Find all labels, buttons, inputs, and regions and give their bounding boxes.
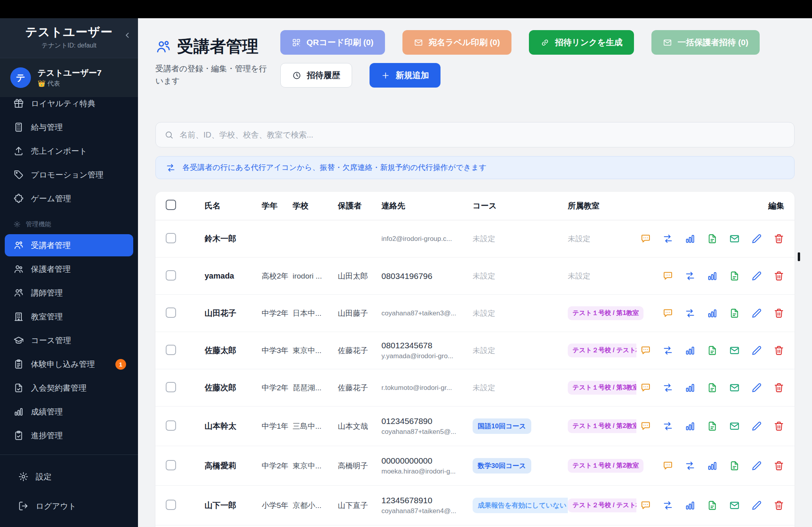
chat-action-button[interactable] xyxy=(640,500,651,511)
row-actions xyxy=(640,382,784,393)
sidebar-item-payroll[interactable]: 給与管理 xyxy=(0,115,138,139)
report-action-button[interactable] xyxy=(707,500,718,511)
row-checkbox[interactable] xyxy=(166,460,176,470)
stats-action-button[interactable] xyxy=(685,500,695,511)
row-checkbox[interactable] xyxy=(166,270,176,281)
sidebar-item-promotion[interactable]: プロモーション管理 xyxy=(0,163,138,187)
chat-action-button[interactable] xyxy=(640,345,651,356)
sidebar-item-progress[interactable]: 進捗管理 xyxy=(0,424,138,447)
sidebar-item-grades[interactable]: 成績管理 xyxy=(0,400,138,424)
report-action-button[interactable] xyxy=(729,271,740,281)
delete-action-button[interactable] xyxy=(774,460,784,471)
report-action-button[interactable] xyxy=(707,345,718,356)
stats-action-button[interactable] xyxy=(685,421,695,432)
report-action-button[interactable] xyxy=(707,382,718,393)
top-black-bar xyxy=(0,0,812,18)
sidebar-item-students[interactable]: 受講者管理 xyxy=(5,234,133,256)
stats-action-button[interactable] xyxy=(685,233,695,244)
sidebar-item-courses[interactable]: コース管理 xyxy=(0,328,138,352)
sidebar-item-guardians[interactable]: 保護者管理 xyxy=(0,257,138,281)
edit-action-button[interactable] xyxy=(751,308,762,319)
transfer-action-button[interactable] xyxy=(663,500,673,511)
add-new-button[interactable]: 新規追加 xyxy=(370,63,440,88)
report-action-button[interactable] xyxy=(729,460,740,471)
sidebar-item-loyalty-rewards[interactable]: ロイヤルティ特典 xyxy=(0,92,138,115)
delete-action-button[interactable] xyxy=(774,421,784,432)
select-all-checkbox[interactable] xyxy=(166,200,176,210)
edit-icon xyxy=(751,500,762,511)
chat-action-button[interactable] xyxy=(663,308,673,319)
generate-invite-link-button[interactable]: 招待リンクを生成 xyxy=(529,30,634,55)
transfer-action-button[interactable] xyxy=(663,345,673,356)
row-checkbox[interactable] xyxy=(166,382,176,392)
row-checkbox[interactable] xyxy=(166,420,176,431)
sidebar-item-logout[interactable]: ログアウト xyxy=(0,494,138,518)
stats-action-button[interactable] xyxy=(685,345,695,356)
sidebar-item-sales-import[interactable]: 売上インポート xyxy=(0,139,138,163)
transfer-action-button[interactable] xyxy=(663,233,673,244)
sidebar-item-classrooms[interactable]: 教室管理 xyxy=(0,305,138,328)
chat-action-button[interactable] xyxy=(640,233,651,244)
delete-action-button[interactable] xyxy=(774,500,784,511)
delete-action-button[interactable] xyxy=(774,345,784,356)
sidebar-collapse-button[interactable] xyxy=(122,30,132,40)
stats-action-button[interactable] xyxy=(707,308,718,319)
course-unset: 未設定 xyxy=(473,272,495,280)
invite-history-button[interactable]: 招待履歴 xyxy=(280,63,352,88)
table-row: 鈴木一郎info2@irodori-group.c...未設定未設定 xyxy=(155,220,795,258)
sidebar-item-enrollment-contracts[interactable]: 入会契約書管理 xyxy=(0,376,138,400)
guardian-name: 佐藤花子 xyxy=(338,346,381,356)
sidebar-item-settings[interactable]: 設定 xyxy=(0,464,138,489)
transfer-action-button[interactable] xyxy=(685,271,695,281)
file-check-icon xyxy=(13,383,24,393)
transfer-action-button[interactable] xyxy=(685,308,695,319)
chat-action-button[interactable] xyxy=(640,382,651,393)
edit-action-button[interactable] xyxy=(751,421,762,432)
edit-action-button[interactable] xyxy=(751,345,762,356)
teachers-icon xyxy=(13,288,24,298)
stats-action-button[interactable] xyxy=(707,460,718,471)
mail-action-button[interactable] xyxy=(729,233,740,244)
qr-icon xyxy=(292,38,301,47)
report-action-button[interactable] xyxy=(707,233,718,244)
delete-action-button[interactable] xyxy=(774,271,784,281)
address-label-print-button[interactable]: 宛名ラベル印刷 (0) xyxy=(402,30,511,55)
edit-action-button[interactable] xyxy=(751,460,762,471)
mail-action-button[interactable] xyxy=(729,345,740,356)
chat-action-button[interactable] xyxy=(663,460,673,471)
stats-action-button[interactable] xyxy=(685,382,695,393)
text-cursor-artifact xyxy=(798,252,800,261)
delete-action-button[interactable] xyxy=(774,308,784,319)
delete-action-button[interactable] xyxy=(774,382,784,393)
edit-action-button[interactable] xyxy=(751,500,762,511)
mail-action-button[interactable] xyxy=(729,500,740,511)
contact-phone: 08034196796 xyxy=(381,271,473,281)
mail-action-button[interactable] xyxy=(729,421,740,432)
row-checkbox[interactable] xyxy=(166,500,176,510)
qr-print-button[interactable]: QRコード印刷 (0) xyxy=(280,30,385,55)
bulk-guardian-invite-button[interactable]: 一括保護者招待 (0) xyxy=(651,30,760,55)
transfer-action-button[interactable] xyxy=(663,382,673,393)
sidebar-item-trial-applications[interactable]: 体験申し込み管理1 xyxy=(0,352,138,376)
edit-action-button[interactable] xyxy=(751,382,762,393)
plus-icon xyxy=(381,71,390,80)
report-action-button[interactable] xyxy=(729,308,740,319)
row-checkbox[interactable] xyxy=(166,345,176,355)
mail-action-button[interactable] xyxy=(729,382,740,393)
sidebar-item-teachers[interactable]: 講師管理 xyxy=(0,281,138,305)
transfer-action-button[interactable] xyxy=(663,421,673,432)
transfer-icon xyxy=(685,271,695,281)
row-checkbox[interactable] xyxy=(166,307,176,318)
delete-action-button[interactable] xyxy=(774,233,784,244)
transfer-action-button[interactable] xyxy=(685,460,695,471)
search-input[interactable] xyxy=(180,130,785,139)
chat-action-button[interactable] xyxy=(663,271,673,281)
sidebar-item-game[interactable]: ゲーム管理 xyxy=(0,187,138,210)
chat-action-button[interactable] xyxy=(640,421,651,432)
edit-action-button[interactable] xyxy=(751,233,762,244)
student-name: 山下一郎 xyxy=(205,500,262,511)
stats-action-button[interactable] xyxy=(707,271,718,281)
edit-action-button[interactable] xyxy=(751,271,762,281)
report-action-button[interactable] xyxy=(707,421,718,432)
row-checkbox[interactable] xyxy=(166,233,176,243)
